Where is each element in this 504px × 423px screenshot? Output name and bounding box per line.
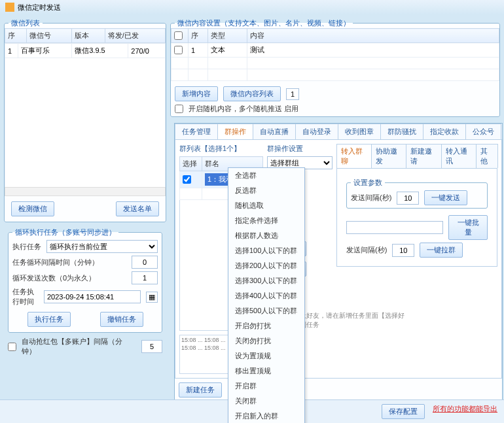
export-all-link[interactable]: 所有的功能都能导出 (433, 404, 497, 419)
titlebar: 微信定时发送 (0, 0, 504, 14)
delay2-label: 发送间隔(秒) (346, 245, 387, 255)
auto-interval-input[interactable] (141, 340, 162, 353)
cancel-task-button[interactable]: 撤销任务 (100, 312, 143, 327)
detect-wechat-button[interactable]: 检测微信 (11, 201, 54, 216)
content-count: 1 (286, 88, 299, 100)
tab-stamp[interactable]: 收到图章 (338, 124, 381, 139)
tab-invite[interactable]: 新建邀请 (406, 144, 441, 168)
menu-item[interactable]: 关闭勿打扰 (228, 333, 304, 348)
menu-item[interactable]: 选择100人以下的群 (228, 243, 304, 258)
wechat-list-fieldset: 微信列表 序 微信号 版本 将发/已发 1 百事可乐 微信3.9.5 270/0 (4, 18, 166, 222)
tab-pay[interactable]: 指定收款 (423, 124, 466, 139)
menu-item[interactable]: 全选群 (228, 168, 304, 183)
loop-task-legend: 循环执行任务（多账号同步进） (12, 228, 118, 237)
exec-task-label: 执行任务 (12, 242, 41, 252)
row-checkbox[interactable] (174, 46, 183, 54)
col-content[interactable]: 内容 (247, 29, 499, 43)
col-seq[interactable]: 序 (5, 29, 27, 43)
tab-group[interactable]: 群操作 (217, 124, 253, 139)
menu-item[interactable]: 开启群 (228, 379, 304, 394)
col-count[interactable]: 将发/已发 (105, 29, 165, 43)
col-seq2[interactable]: 序 (189, 29, 208, 43)
one-send-button[interactable]: 一键发送 (424, 190, 467, 205)
group-op-title: 群操作设置 (267, 144, 333, 154)
content-legend: 微信内容设置（支持文本、图片、名片、视频、链接） (175, 18, 353, 28)
menu-item[interactable]: 随机选取 (228, 198, 304, 213)
settings-legend: 设置参数 (351, 178, 385, 188)
calendar-icon[interactable]: ▦ (146, 292, 158, 303)
tab-transfer-group[interactable]: 转入群聊 (336, 144, 372, 168)
left-panel: 微信列表 序 微信号 版本 将发/已发 1 百事可乐 微信3.9.5 270/0 (4, 18, 166, 359)
inner-tabs: 转入群聊 协助邀发 新建邀请 转入通讯 其他 (336, 144, 497, 169)
col-ver[interactable]: 版本 (71, 29, 105, 43)
wechat-grid[interactable]: 序 微信号 版本 将发/已发 (5, 28, 166, 43)
random-content-label: 开启随机内容，多个随机推送 启用 (189, 104, 298, 114)
menu-item[interactable]: 指定条件选择 (228, 213, 304, 228)
menu-item[interactable]: 根据群人数选 (228, 228, 304, 243)
menu-item[interactable]: 反选群 (228, 183, 304, 198)
tab-content: 群列表【选择1个】 选择 群名 1：我和我的 15:08 ... 15:08 .… (175, 140, 502, 379)
content-select-all[interactable] (174, 31, 183, 40)
tab-mp[interactable]: 公众号 (465, 124, 501, 139)
delay-input[interactable] (397, 192, 419, 205)
schedule-input[interactable] (44, 290, 141, 303)
menu-item[interactable]: 选择500人以下的群 (228, 303, 304, 318)
tab-contact[interactable]: 转入通讯 (441, 144, 477, 168)
menu-item[interactable]: 关闭群 (228, 394, 304, 409)
operation-panel: 任务管理 群操作 自动直播 自动登录 收到图章 群防骚扰 指定收款 公众号 群列… (174, 123, 503, 402)
tab-spam[interactable]: 群防骚扰 (380, 124, 423, 139)
main-tabs: 任务管理 群操作 自动直播 自动登录 收到图章 群防骚扰 指定收款 公众号 (175, 124, 502, 140)
group-context-menu[interactable]: 全选群 反选群 随机选取 指定条件选择 根据群人数选 选择100人以下的群 选择… (228, 167, 305, 423)
send-list-button[interactable]: 发送名单 (116, 201, 159, 216)
tab-live[interactable]: 自动直播 (253, 124, 296, 139)
menu-item[interactable]: 移出置顶规 (228, 364, 304, 379)
interval-label: 任务循环间隔时间（分钟） (12, 258, 99, 267)
menu-item[interactable]: 开启新入的群 (228, 409, 304, 423)
menu-item[interactable]: 选择400人以下的群 (228, 288, 304, 303)
table-row[interactable]: 1 文本 测试 (171, 43, 499, 58)
loop-task-fieldset: 循环执行任务（多账号同步进） 执行任务 循环执行当前位置 任务循环间隔时间（分钟… (8, 228, 162, 333)
one-batch-button[interactable]: 一键批量 (448, 215, 488, 240)
auto-redpacket-checkbox[interactable] (8, 343, 16, 351)
tab-other[interactable]: 其他 (476, 144, 498, 168)
save-config-button[interactable]: 保存配置 (382, 404, 425, 419)
col-type[interactable]: 类型 (208, 29, 247, 43)
window-title: 微信定时发送 (18, 3, 61, 12)
tab-assist[interactable]: 协助邀发 (371, 144, 406, 168)
content-fieldset: 微信内容设置（支持文本、图片、名片、视频、链接） 序 类型 内容 1 文本 测试 (170, 18, 500, 117)
random-content-checkbox[interactable] (175, 105, 183, 113)
menu-item[interactable]: 选择300人以下的群 (228, 273, 304, 288)
delay-label: 发送间隔(秒) (351, 193, 391, 203)
content-grid[interactable]: 序 类型 内容 1 文本 测试 (171, 28, 499, 81)
menu-item[interactable]: 开启勿打扰 (228, 318, 304, 333)
delay2-input[interactable] (392, 244, 414, 257)
content-list-button[interactable]: 微信内容列表 (223, 86, 281, 101)
col-id[interactable]: 微信号 (26, 29, 71, 43)
group-list-title: 群列表【选择1个】 (179, 144, 263, 154)
menu-item[interactable]: 设为置顶规 (228, 348, 304, 364)
batch-input[interactable] (346, 221, 443, 234)
settings-fieldset: 设置参数 发送间隔(秒) 一键发送 (346, 178, 488, 209)
tab-task[interactable]: 任务管理 (175, 124, 218, 139)
group-checkbox[interactable] (183, 175, 191, 184)
schedule-label: 任务执行时间 (12, 287, 39, 307)
tab-login[interactable]: 自动登录 (295, 124, 338, 139)
wechat-list-legend: 微信列表 (9, 18, 43, 28)
repeat-label: 循环发送次数（0为永久） (12, 273, 96, 283)
wechat-grid-body[interactable]: 1 百事可乐 微信3.9.5 270/0 (5, 43, 166, 187)
col-select[interactable]: 选择 (180, 157, 202, 171)
table-row[interactable]: 1 百事可乐 微信3.9.5 270/0 (5, 44, 166, 58)
new-task-button[interactable]: 新建任务 (179, 382, 222, 398)
right-inner: 转入群聊 协助邀发 新建邀请 转入通讯 其他 设置参数 发送间隔(秒) 一键发送 (336, 144, 497, 374)
h-scrollbar[interactable] (5, 187, 166, 196)
one-pull-button[interactable]: 一键拉群 (420, 243, 463, 258)
app-icon (5, 3, 14, 12)
auto-redpacket-label: 自动抢红包【多账户】间隔（分钟） (22, 337, 136, 356)
interval-input[interactable] (132, 256, 158, 269)
menu-item[interactable]: 选择200人以下的群 (228, 258, 304, 273)
log-area: 15:08 ... 15:08 ... 15:08 ... 15:08 ... (179, 335, 232, 374)
repeat-input[interactable] (132, 271, 158, 284)
exec-task-button[interactable]: 执行任务 (27, 312, 71, 327)
exec-task-select[interactable]: 循环执行当前位置 (46, 240, 158, 253)
add-content-button[interactable]: 新增内容 (175, 86, 218, 101)
